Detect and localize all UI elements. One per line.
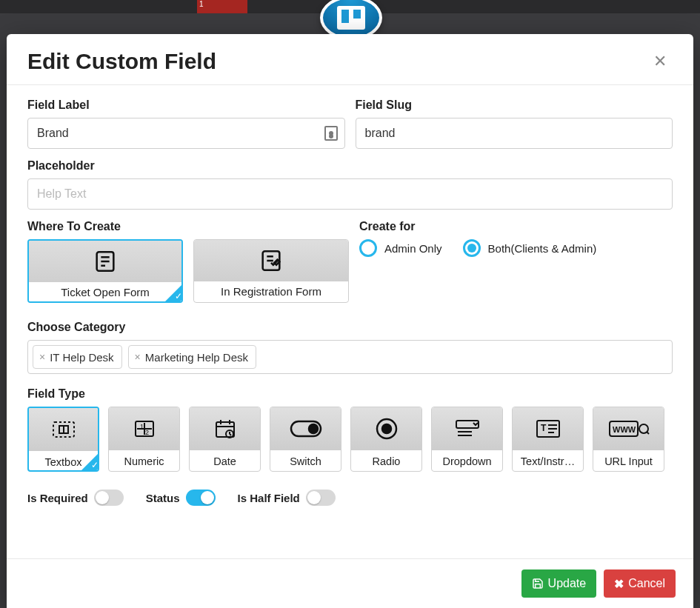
category-select[interactable]: ×IT Help Desk×Marketing Help Desk — [27, 340, 673, 374]
remove-tag-icon[interactable]: × — [135, 351, 141, 363]
field-type-dropdown[interactable]: Dropdown — [431, 407, 503, 472]
radio-label: Both(Clients & Admin) — [488, 242, 597, 255]
update-button-label: Update — [548, 577, 587, 590]
field-type-date[interactable]: Date — [189, 407, 261, 472]
create-for-label: Create for — [359, 220, 673, 233]
placeholder-label: Placeholder — [27, 159, 673, 173]
where-option-label: Ticket Open Form — [29, 282, 181, 301]
svg-text:WWW: WWW — [613, 425, 636, 434]
field-type-icon: WWW — [593, 407, 664, 450]
cancel-button-label: Cancel — [628, 577, 665, 590]
field-type-icon — [432, 407, 502, 450]
form-icon — [194, 240, 348, 281]
update-button[interactable]: Update — [521, 569, 597, 598]
field-slug-label: Field Slug — [356, 98, 673, 112]
field-type-label: Numeric — [109, 450, 179, 472]
modal-footer: Update ✖ Cancel — [7, 558, 693, 608]
field-type-textbox[interactable]: Textbox — [27, 407, 99, 472]
field-slug-input[interactable] — [356, 118, 673, 149]
where-to-create-label: Where To Create — [27, 220, 349, 233]
category-tag-label: IT Help Desk — [50, 351, 113, 364]
field-type-label: Date — [190, 450, 260, 472]
field-type-icon — [270, 407, 341, 450]
category-tag[interactable]: ×IT Help Desk — [33, 345, 122, 369]
contacts-icon[interactable] — [324, 126, 338, 141]
save-icon — [532, 578, 544, 589]
field-type-label: Switch — [270, 450, 341, 472]
is-required-toggle[interactable] — [94, 490, 124, 506]
remove-tag-icon[interactable]: × — [39, 351, 45, 363]
category-tag[interactable]: ×Marketing Help Desk — [128, 345, 256, 369]
form-icon — [29, 241, 181, 282]
background-badge: 1 — [197, 0, 247, 13]
close-icon[interactable]: ✕ — [647, 49, 673, 74]
where-option-1[interactable]: In Registration Form — [193, 239, 349, 303]
choose-category-label: Choose Category — [27, 321, 673, 334]
cancel-button[interactable]: ✖ Cancel — [604, 569, 676, 598]
status-label: Status — [146, 492, 180, 504]
field-type-label: Radio — [351, 450, 421, 472]
category-tag-label: Marketing Help Desk — [145, 351, 248, 364]
field-label-input[interactable] — [27, 118, 345, 149]
field-type-icon — [29, 408, 98, 451]
placeholder-input[interactable] — [27, 178, 673, 210]
radio-icon — [359, 239, 377, 257]
field-type-url-input[interactable]: WWWURL Input — [593, 407, 664, 472]
field-type-label: Field Type — [27, 387, 673, 401]
svg-point-23 — [309, 424, 318, 433]
where-option-label: In Registration Form — [194, 281, 348, 301]
svg-text:T: T — [541, 423, 547, 433]
field-type-label: URL Input — [593, 450, 664, 472]
field-type-icon — [351, 407, 421, 450]
field-type-label: Text/Instr… — [513, 450, 583, 472]
field-type-icon: 12 — [109, 407, 179, 450]
field-type-switch[interactable]: Switch — [270, 407, 341, 472]
edit-custom-field-modal: Edit Custom Field ✕ Field Label Field Sl… — [7, 34, 693, 608]
field-type-label: Dropdown — [432, 450, 502, 472]
svg-line-21 — [230, 434, 231, 435]
field-label-label: Field Label — [27, 98, 345, 112]
where-option-0[interactable]: Ticket Open Form — [27, 239, 183, 303]
create-for-radio-1[interactable]: Both(Clients & Admin) — [463, 239, 597, 257]
status-toggle[interactable] — [186, 490, 216, 506]
svg-line-37 — [647, 432, 649, 434]
modal-title: Edit Custom Field — [27, 49, 216, 74]
cancel-icon: ✖ — [614, 577, 624, 591]
field-type-icon — [190, 407, 260, 450]
is-required-label: Is Required — [27, 492, 88, 504]
create-for-radio-0[interactable]: Admin Only — [359, 239, 442, 257]
radio-label: Admin Only — [384, 242, 442, 255]
modal-header: Edit Custom Field ✕ — [7, 34, 693, 85]
field-type-numeric[interactable]: 12Numeric — [108, 407, 180, 472]
svg-point-25 — [382, 424, 391, 433]
field-type-text-instr-[interactable]: TText/Instr… — [512, 407, 584, 472]
is-half-field-toggle[interactable] — [306, 490, 336, 506]
radio-icon — [463, 239, 481, 257]
field-type-icon: T — [513, 407, 583, 450]
modal-body: Field Label Field Slug Placeholder Where… — [7, 85, 693, 558]
is-half-field-label: Is Half Field — [238, 492, 300, 504]
field-type-radio[interactable]: Radio — [350, 407, 422, 472]
svg-text:2: 2 — [145, 429, 149, 436]
